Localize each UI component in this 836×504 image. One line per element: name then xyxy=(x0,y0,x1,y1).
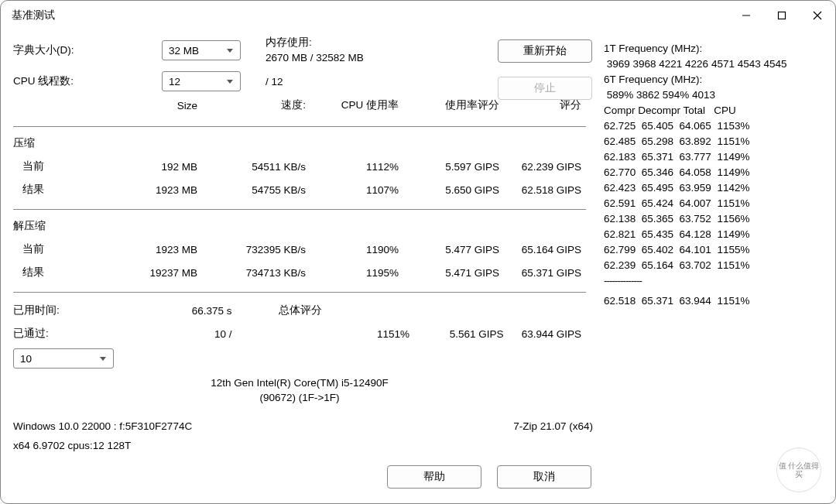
compress-result-label: 结果 xyxy=(13,178,111,201)
col-speed: 速度: xyxy=(197,95,306,118)
help-button[interactable]: 帮助 xyxy=(387,465,481,489)
results-table: Size 速度: CPU 使用率 使用率评分 评分 压缩 当前 192 MB 5… xyxy=(13,95,586,297)
restart-button[interactable]: 重新开始 xyxy=(498,39,592,63)
watermark-icon: 值 什么值得买 xyxy=(776,447,821,492)
passes-label: 已通过: xyxy=(13,322,154,345)
total-urate: 5.561 GIPS xyxy=(409,322,504,345)
col-size: Size xyxy=(111,95,197,118)
total-rate: 63.944 GIPS xyxy=(504,322,586,345)
table-row: 当前 192 MB 54511 KB/s 1112% 5.597 GIPS 62… xyxy=(13,155,586,178)
compress-group: 压缩 xyxy=(13,132,111,155)
total-cpu: 1151% xyxy=(322,322,409,345)
memory-label: 内存使用: xyxy=(266,35,364,50)
table-row: 当前 1923 MB 732395 KB/s 1190% 5.477 GIPS … xyxy=(13,238,586,261)
col-usage-rating: 使用率评分 xyxy=(399,95,499,118)
elapsed-label: 已用时间: xyxy=(13,299,154,322)
memory-value: 2670 MB / 32582 MB xyxy=(266,50,364,66)
decompress-group: 解压缩 xyxy=(13,214,111,238)
benchmark-window: 基准测试 重新开始 停止 字典大小(D): 32 MB xyxy=(0,0,836,504)
passes-value: 10 / xyxy=(154,322,231,345)
threads-label: CPU 线程数: xyxy=(13,74,162,88)
passes-select[interactable]: 10 xyxy=(13,348,114,369)
dict-size-value: 32 MB xyxy=(162,40,241,60)
table-row: 结果 19237 MB 734713 KB/s 1195% 5.471 GIPS… xyxy=(13,261,586,284)
log-pane: 1T Frequency (MHz): 3969 3968 4221 4226 … xyxy=(598,39,823,494)
compress-current-label: 当前 xyxy=(13,155,111,178)
passes-select-value: 10 xyxy=(13,348,114,369)
elapsed-value: 66.375 s xyxy=(154,299,231,322)
total-label: 总体评分 xyxy=(232,299,322,322)
build-info: x64 6.9702 cpus:12 128T xyxy=(13,440,598,451)
zip-version: 7-Zip 21.07 (x64) xyxy=(443,420,598,432)
dict-size-label: 字典大小(D): xyxy=(13,43,162,57)
maximize-icon xyxy=(777,11,786,20)
decompress-current-label: 当前 xyxy=(13,238,111,261)
col-cpu: CPU 使用率 xyxy=(306,95,399,118)
left-pane: 重新开始 停止 字典大小(D): 32 MB 内存使用: 2670 MB / 3… xyxy=(13,39,598,494)
maximize-button[interactable] xyxy=(764,1,800,30)
decompress-result-label: 结果 xyxy=(13,261,111,284)
minimize-icon xyxy=(742,11,751,20)
close-icon xyxy=(813,11,822,20)
window-title: 基准测试 xyxy=(12,9,55,22)
threads-suffix: / 12 xyxy=(248,76,283,87)
table-row: 结果 1923 MB 54755 KB/s 1107% 5.650 GIPS 6… xyxy=(13,178,586,201)
cpu-info: 12th Gen Intel(R) Core(TM) i5-12490F (90… xyxy=(13,376,586,405)
close-button[interactable] xyxy=(800,1,835,30)
titlebar: 基准测试 xyxy=(1,1,835,30)
stop-button: 停止 xyxy=(498,77,592,100)
threads-select[interactable]: 12 xyxy=(162,71,241,91)
svg-rect-1 xyxy=(779,12,786,19)
dict-size-select[interactable]: 32 MB xyxy=(162,40,241,60)
os-info: Windows 10.0 22000 : f:5F310F2774C xyxy=(13,420,443,432)
cancel-button[interactable]: 取消 xyxy=(497,465,591,489)
threads-value: 12 xyxy=(162,71,241,91)
minimize-button[interactable] xyxy=(728,1,764,30)
